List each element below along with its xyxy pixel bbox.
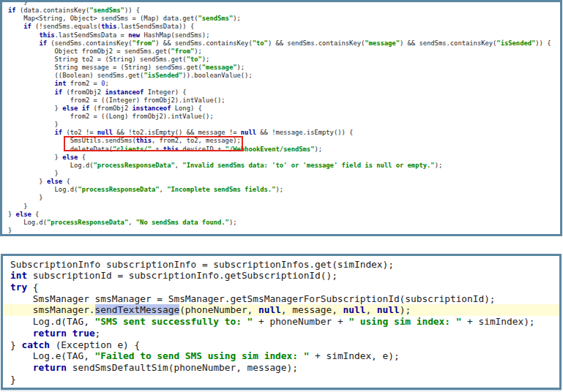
code-line: from2 = ((Integer) fromObj2).intValue();	[2, 97, 560, 105]
code-line: String message = (String) sendSms.get("m…	[2, 64, 560, 72]
code-line: } else {	[2, 211, 560, 219]
code-line: if (data.containsKey("sendSms")) {	[2, 7, 560, 15]
code-line: .	[3, 254, 559, 259]
code-line: } catch (Exception e) {	[3, 339, 559, 351]
code-line: } else if (fromObj2 instanceof Long) {	[2, 105, 560, 113]
code-line: Log.d("processResponseData", "No sendSms…	[2, 219, 560, 227]
code-panel-sendsms-handler[interactable]: }if (data.containsKey("sendSms")) { Map<…	[0, 0, 562, 236]
code-line: if (fromObj2 instanceof Integer) {	[2, 88, 560, 97]
code-line: smsManager.sendTextMessage(phoneNumber, …	[3, 304, 559, 316]
code-line: }	[2, 203, 560, 211]
code-line: if (sendSms.containsKey("from") && sendS…	[2, 39, 560, 48]
code-line: return true;	[3, 328, 559, 339]
code-line: }	[2, 227, 560, 235]
code-line: int from2 = 0;	[2, 80, 560, 88]
code-line: String to2 = (String) sendSms.get("to");	[2, 56, 560, 64]
code-line: if (!sendSms.equals(this.lastSendSmsData…	[2, 23, 560, 31]
code-line: if (to2 != null && !to2.isEmpty() && mes…	[2, 129, 560, 137]
code-line: SubscriptionInfo subscriptionInfo = subs…	[3, 259, 559, 271]
code-line: }	[2, 194, 560, 202]
code-line: }	[2, 0, 560, 7]
code-line: SmsManager smsManager = SmsManager.getSm…	[3, 293, 559, 305]
code-line: from2 = ((Long) fromObj2).intValue();	[2, 113, 560, 121]
code-line: Log.d("processResponseData", "Invalid se…	[2, 162, 560, 170]
code-panel-sendtextmessage[interactable]: .SubscriptionInfo subscriptionInfo = sub…	[1, 254, 562, 390]
code-line: }	[3, 374, 559, 385]
code-line: ((Boolean) sendSms.get("isSended")).bool…	[2, 72, 560, 80]
code-line: return sendSmsDefaultSim(phoneNumber, me…	[3, 362, 559, 374]
code-line: int subscriptionId = subscriptionInfo.ge…	[3, 270, 559, 282]
code-line: }	[2, 121, 560, 129]
code-line: Log.d("processResponseData", "Incomplete…	[2, 186, 560, 194]
code-block-sendtextmessage: .SubscriptionInfo subscriptionInfo = sub…	[3, 254, 559, 385]
code-line: SmsUtils.sendSms(this, from2, to2, messa…	[2, 137, 560, 145]
screenshot-root: { "colors": { "keyword": "#000096", "str…	[0, 0, 563, 392]
code-line: deleteData("clients/" + this.deviceID + …	[2, 146, 560, 154]
code-line: Object fromObj2 = sendSms.get("from");	[2, 48, 560, 56]
code-line: Log.d(TAG, "SMS sent successfully to: " …	[3, 316, 559, 328]
code-block-sendsms-handler: }if (data.containsKey("sendSms")) { Map<…	[2, 0, 560, 235]
code-line: } else {	[2, 178, 560, 186]
code-line: this.lastSendSmsData = new HashMap(sendS…	[2, 31, 560, 39]
code-line: Map<String, Object> sendSms = (Map) data…	[2, 15, 560, 23]
code-line: }	[2, 170, 560, 178]
code-line: try {	[3, 282, 559, 293]
code-line: Log.e(TAG, "Failed to send SMS using sim…	[3, 350, 559, 362]
code-line: } else {	[2, 154, 560, 162]
